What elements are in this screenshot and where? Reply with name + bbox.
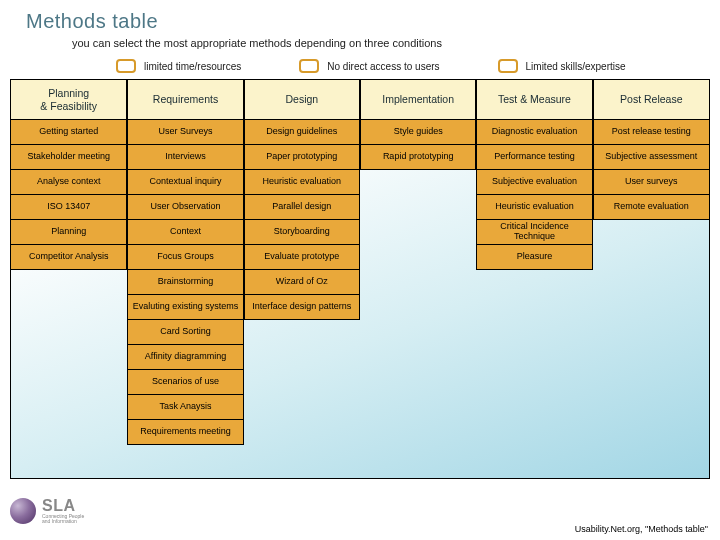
sphere-icon <box>10 498 36 524</box>
logo-main: SLA <box>42 498 84 514</box>
legend-label: No direct access to users <box>327 61 439 72</box>
method-cell[interactable]: Evaluate prototype <box>244 244 360 270</box>
checkbox-icon <box>116 59 136 73</box>
credit-text: Usability.Net.org, "Methods table" <box>575 524 708 534</box>
column: ImplementationStyle guidesRapid prototyp… <box>360 80 476 445</box>
method-cell[interactable]: Brainstorming <box>127 269 243 295</box>
method-cell[interactable]: Rapid prototyping <box>360 144 476 170</box>
method-cell[interactable]: Context <box>127 219 243 245</box>
column-header: Requirements <box>127 80 243 120</box>
method-cell[interactable]: Getting started <box>11 119 127 145</box>
column-header: Design <box>244 80 360 120</box>
method-cell[interactable]: Task Anaysis <box>127 394 243 420</box>
method-cell[interactable]: Interviews <box>127 144 243 170</box>
method-cell[interactable]: Performance testing <box>476 144 592 170</box>
logo-text: SLA Connecting People and Information <box>42 498 84 524</box>
method-cell[interactable]: Focus Groups <box>127 244 243 270</box>
methods-table: Planning & FeasibilityGetting startedSta… <box>10 79 710 479</box>
method-cell[interactable]: ISO 13407 <box>11 194 127 220</box>
method-cell[interactable]: Subjective evaluation <box>476 169 592 195</box>
column-header: Post Release <box>593 80 709 120</box>
checkbox-icon <box>498 59 518 73</box>
method-cell[interactable]: Interface design patterns <box>244 294 360 320</box>
legend-item: Limited skills/expertise <box>498 59 626 73</box>
legend: limited time/resources No direct access … <box>0 57 720 79</box>
method-cell[interactable]: Heuristic evaluation <box>476 194 592 220</box>
method-cell[interactable]: Paper prototyping <box>244 144 360 170</box>
method-cell[interactable]: Remote evaluation <box>593 194 709 220</box>
method-cell[interactable]: Competitor Analysis <box>11 244 127 270</box>
method-cell[interactable]: Critical Incidence Technique <box>476 219 592 245</box>
method-cell[interactable]: Contextual inquiry <box>127 169 243 195</box>
method-cell[interactable]: Requirements meeting <box>127 419 243 445</box>
column-header: Test & Measure <box>476 80 592 120</box>
method-cell[interactable]: Planning <box>11 219 127 245</box>
method-cell[interactable]: User Observation <box>127 194 243 220</box>
legend-label: Limited skills/expertise <box>526 61 626 72</box>
method-cell[interactable]: Parallel design <box>244 194 360 220</box>
method-cell[interactable]: User Surveys <box>127 119 243 145</box>
method-cell[interactable]: Wizard of Oz <box>244 269 360 295</box>
method-cell[interactable]: Style guides <box>360 119 476 145</box>
column: RequirementsUser SurveysInterviewsContex… <box>127 80 243 445</box>
logo-sub: and Information <box>42 519 84 524</box>
legend-item: No direct access to users <box>299 59 439 73</box>
method-cell[interactable]: Diagnostic evaluation <box>476 119 592 145</box>
method-cell[interactable]: Stakeholder meeting <box>11 144 127 170</box>
checkbox-icon <box>299 59 319 73</box>
method-cell[interactable]: Affinity diagramming <box>127 344 243 370</box>
method-cell[interactable]: Subjective assessment <box>593 144 709 170</box>
page-subtitle: you can select the most appropriate meth… <box>0 35 720 57</box>
method-cell[interactable]: Card Sorting <box>127 319 243 345</box>
method-cell[interactable]: Post release testing <box>593 119 709 145</box>
column-header: Planning & Feasibility <box>11 80 127 120</box>
method-cell[interactable]: Pleasure <box>476 244 592 270</box>
legend-label: limited time/resources <box>144 61 241 72</box>
method-cell[interactable]: Heuristic evaluation <box>244 169 360 195</box>
column: Post ReleasePost release testingSubjecti… <box>593 80 709 445</box>
method-cell[interactable]: Storyboarding <box>244 219 360 245</box>
column: Planning & FeasibilityGetting startedSta… <box>11 80 127 445</box>
method-cell[interactable]: Analyse context <box>11 169 127 195</box>
column-header: Implementation <box>360 80 476 120</box>
logo: SLA Connecting People and Information <box>10 498 84 524</box>
column: DesignDesign guidelinesPaper prototyping… <box>244 80 360 445</box>
method-cell[interactable]: Evaluting existing systems <box>127 294 243 320</box>
method-cell[interactable]: Design guidelines <box>244 119 360 145</box>
page-title: Methods table <box>0 0 720 35</box>
column: Test & MeasureDiagnostic evaluationPerfo… <box>476 80 592 445</box>
method-cell[interactable]: Scenarios of use <box>127 369 243 395</box>
method-cell[interactable]: User surveys <box>593 169 709 195</box>
legend-item: limited time/resources <box>116 59 241 73</box>
